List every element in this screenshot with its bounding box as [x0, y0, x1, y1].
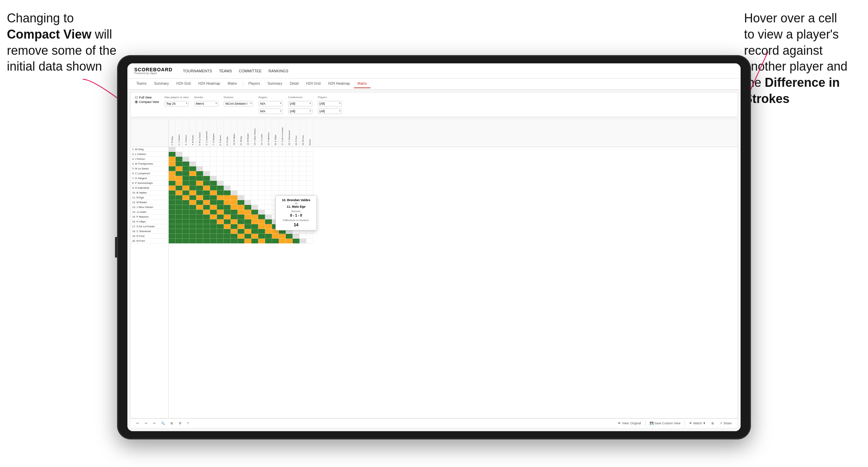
full-view-radio[interactable]	[135, 96, 138, 99]
grid-cell[interactable]	[182, 176, 189, 181]
grid-cell[interactable]	[189, 166, 196, 171]
grid-cell[interactable]	[224, 229, 231, 234]
grid-cell[interactable]	[189, 224, 196, 229]
grid-cell[interactable]	[176, 157, 182, 162]
grid-cell[interactable]	[176, 210, 182, 215]
grid-cell[interactable]	[300, 239, 306, 243]
grid-cell[interactable]	[231, 176, 238, 181]
grid-cell[interactable]	[196, 205, 203, 210]
grid-cell[interactable]	[196, 215, 203, 219]
compact-view-radio[interactable]	[135, 101, 138, 103]
grid-cell[interactable]	[210, 166, 217, 171]
help-button[interactable]: ?	[186, 421, 190, 426]
grid-cell[interactable]	[189, 152, 196, 157]
grid-cell[interactable]	[293, 162, 300, 166]
grid-cell[interactable]	[251, 229, 258, 234]
grid-cell[interactable]	[176, 239, 182, 243]
grid-cell[interactable]	[265, 234, 272, 239]
tab-h2h-grid-right[interactable]: H2H Grid	[303, 80, 324, 88]
grid-cell[interactable]	[203, 190, 210, 195]
grid-cell[interactable]	[231, 234, 238, 239]
grid-cell[interactable]	[251, 152, 258, 157]
grid-cell[interactable]	[286, 166, 293, 171]
grid-cell[interactable]	[238, 229, 244, 234]
grid-cell[interactable]	[286, 181, 293, 186]
grid-cell[interactable]	[300, 181, 306, 186]
col-header-19[interactable]: 20. M Fern.	[300, 120, 306, 147]
grid-cell[interactable]	[265, 224, 272, 229]
grid-cell[interactable]	[182, 195, 189, 200]
grid-cell[interactable]	[306, 176, 313, 181]
grid-cell[interactable]	[169, 147, 176, 152]
grid-cell[interactable]	[251, 210, 258, 215]
grid-cell[interactable]	[231, 224, 238, 229]
grid-cell[interactable]	[217, 181, 224, 186]
grid-cell[interactable]	[169, 224, 176, 229]
tab-matrix-left[interactable]: Matrix	[224, 80, 240, 88]
grid-cell[interactable]	[231, 190, 238, 195]
grid-cell[interactable]	[238, 152, 244, 157]
grid-cell[interactable]	[182, 234, 189, 239]
grid-cell[interactable]	[279, 176, 286, 181]
grid-cell[interactable]	[265, 166, 272, 171]
grid-cell[interactable]	[286, 152, 293, 157]
grid-cell[interactable]	[279, 190, 286, 195]
grid-cell[interactable]	[265, 195, 272, 200]
grid-cell[interactable]	[306, 162, 313, 166]
grid-cell[interactable]	[231, 157, 238, 162]
nav-teams[interactable]: TEAMS	[219, 68, 232, 74]
tab-h2h-heatmap-right[interactable]: H2H Heatmap	[325, 80, 353, 88]
grid-cell[interactable]	[231, 186, 238, 190]
settings-button[interactable]: ⚙	[177, 421, 183, 426]
grid-cell[interactable]	[224, 176, 231, 181]
grid-cell[interactable]	[272, 186, 279, 190]
grid-cell[interactable]	[224, 234, 231, 239]
grid-cell[interactable]	[272, 234, 279, 239]
grid-cell[interactable]	[238, 219, 244, 224]
grid-cell[interactable]	[244, 176, 251, 181]
grid-cell[interactable]	[272, 157, 279, 162]
col-header-7[interactable]: 8. P Summ.	[217, 120, 224, 147]
grid-cell[interactable]	[169, 186, 176, 190]
grid-cell[interactable]	[272, 190, 279, 195]
tab-h2h-heatmap-left[interactable]: H2H Heatmap	[195, 80, 223, 88]
col-header-17[interactable]: 18. C Sherwood	[286, 120, 293, 147]
grid-cell[interactable]	[210, 176, 217, 181]
tab-players[interactable]: Players	[245, 80, 263, 88]
grid-cell[interactable]	[210, 215, 217, 219]
nav-tournaments[interactable]: TOURNAMENTS	[183, 68, 212, 74]
grid-cell[interactable]	[286, 157, 293, 162]
grid-cell[interactable]	[224, 190, 231, 195]
grid-cell[interactable]	[196, 229, 203, 234]
grid-cell[interactable]	[217, 176, 224, 181]
grid-cell[interactable]	[300, 190, 306, 195]
grid-cell[interactable]	[182, 224, 189, 229]
grid-cell[interactable]	[224, 152, 231, 157]
grid-cell[interactable]	[196, 190, 203, 195]
grid-cell[interactable]	[217, 210, 224, 215]
grid-cell[interactable]	[210, 181, 217, 186]
grid-cell[interactable]	[244, 190, 251, 195]
grid-cell[interactable]	[203, 171, 210, 176]
grid-cell[interactable]	[196, 147, 203, 152]
grid-cell[interactable]	[196, 224, 203, 229]
col-header-12[interactable]: 13. J Skov Olesen	[251, 120, 258, 147]
grid-cell[interactable]	[238, 210, 244, 215]
grid-cell[interactable]	[258, 210, 265, 215]
grid-cell[interactable]	[293, 152, 300, 157]
grid-cell[interactable]	[217, 157, 224, 162]
grid-button[interactable]: ⊞	[710, 421, 715, 426]
grid-cell[interactable]	[224, 147, 231, 152]
grid-cell[interactable]	[169, 162, 176, 166]
grid-cell[interactable]	[210, 234, 217, 239]
grid-cell[interactable]	[210, 147, 217, 152]
grid-cell[interactable]	[265, 181, 272, 186]
grid-cell[interactable]	[244, 195, 251, 200]
grid-cell[interactable]	[224, 166, 231, 171]
grid-cell[interactable]	[244, 152, 251, 157]
grid-cell[interactable]	[196, 234, 203, 239]
grid-cell[interactable]	[258, 190, 265, 195]
grid-cell[interactable]	[293, 147, 300, 152]
grid-cell[interactable]	[196, 186, 203, 190]
grid-cell[interactable]	[189, 234, 196, 239]
